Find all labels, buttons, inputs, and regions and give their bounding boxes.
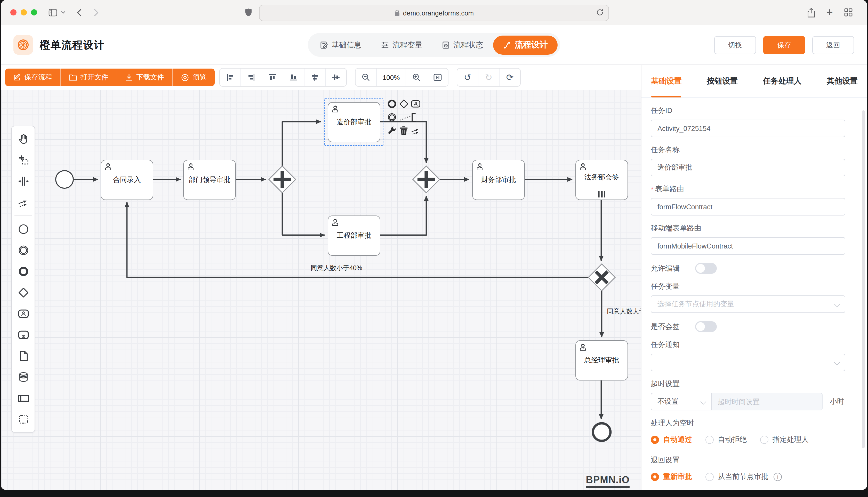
- timeout-value-input[interactable]: [712, 393, 823, 410]
- browser-window: demo.orangeforms.com + 橙单流程设计 基础信息 流程变量: [1, 0, 867, 490]
- radio-assign-handler[interactable]: 指定处理人: [760, 435, 809, 444]
- tab-other-settings[interactable]: 其他设置: [827, 65, 858, 97]
- new-tab-icon[interactable]: +: [826, 6, 833, 19]
- open-file-button[interactable]: 打开文件: [61, 69, 117, 86]
- align-bottom-button[interactable]: [283, 69, 304, 86]
- task-engineering-dept-approval[interactable]: 工程部审批: [328, 215, 380, 256]
- append-end-event-icon[interactable]: [387, 99, 398, 111]
- countersign-toggle[interactable]: [695, 321, 717, 332]
- delete-trash-icon[interactable]: [399, 126, 410, 138]
- preview-button[interactable]: 预览: [173, 69, 215, 86]
- palette-separator: [14, 215, 32, 216]
- radio-re-approve[interactable]: 重新审批: [651, 472, 692, 482]
- tab-basic-info[interactable]: 基础信息: [311, 33, 371, 57]
- align-right-button[interactable]: [241, 69, 262, 86]
- undo-icon[interactable]: ↺: [457, 69, 478, 86]
- lasso-tool-icon[interactable]: [12, 150, 35, 171]
- download-file-button[interactable]: 下载文件: [117, 69, 173, 86]
- task-name-input[interactable]: [651, 159, 845, 176]
- minimize-window-button[interactable]: [20, 9, 27, 15]
- create-group-icon[interactable]: [12, 409, 35, 430]
- tab-button-settings[interactable]: 按钮设置: [707, 65, 738, 97]
- align-left-button[interactable]: [220, 69, 241, 86]
- form-route-label: *表单路由: [651, 185, 845, 194]
- change-type-wrench-icon[interactable]: [387, 126, 398, 138]
- create-participant-icon[interactable]: [12, 388, 35, 409]
- form-route-input[interactable]: [651, 198, 845, 215]
- task-dept-leader-approval[interactable]: 部门领导审批: [183, 160, 236, 200]
- create-gateway-icon[interactable]: [12, 282, 35, 303]
- tab-process-design[interactable]: 流程设计: [493, 35, 557, 54]
- end-event[interactable]: [593, 423, 610, 441]
- tab-process-variables[interactable]: 流程变量: [371, 33, 432, 57]
- task-notify-select[interactable]: [651, 354, 845, 371]
- sidebar-icon[interactable]: [49, 9, 57, 16]
- reset-icon[interactable]: ⟳: [499, 69, 520, 86]
- create-data-object-icon[interactable]: [12, 345, 35, 367]
- start-event[interactable]: [56, 171, 73, 188]
- user-task-icon: [331, 218, 340, 227]
- fit-viewport-button[interactable]: [427, 69, 448, 86]
- exclusive-gateway[interactable]: [588, 264, 615, 291]
- tab-overview-icon[interactable]: [844, 8, 853, 16]
- mobile-form-route-input[interactable]: [651, 237, 845, 255]
- space-tool-icon[interactable]: [12, 171, 35, 192]
- create-end-event-icon[interactable]: [12, 261, 35, 282]
- radio-auto-reject[interactable]: 自动拒绝: [705, 435, 747, 444]
- allow-edit-toggle[interactable]: [695, 263, 717, 274]
- create-subprocess-icon[interactable]: [12, 324, 35, 345]
- create-intermediate-event-icon[interactable]: [12, 240, 35, 261]
- append-gateway-icon[interactable]: [399, 99, 410, 111]
- append-user-task-icon[interactable]: [411, 99, 422, 111]
- zoom-in-button[interactable]: [406, 69, 427, 86]
- process-tabs: 基础信息 流程变量 流程状态 流程设计: [308, 33, 560, 57]
- align-center-vertical-button[interactable]: [326, 69, 346, 86]
- task-id-input[interactable]: [651, 119, 845, 137]
- bpmn-io-watermark[interactable]: BPMN.iO: [586, 474, 630, 488]
- url-bar[interactable]: demo.orangeforms.com: [259, 5, 609, 21]
- align-center-horizontal-button[interactable]: [304, 69, 326, 86]
- chevron-down-icon[interactable]: [61, 11, 66, 14]
- tab-process-status[interactable]: 流程状态: [432, 33, 493, 57]
- create-user-task-icon[interactable]: [12, 303, 35, 324]
- tab-basic-settings[interactable]: 基础设置: [651, 65, 682, 97]
- task-cost-dept-approval[interactable]: 造价部审批: [328, 102, 380, 142]
- connect-tool-icon[interactable]: [411, 126, 422, 138]
- hand-tool-icon[interactable]: [12, 128, 35, 150]
- create-start-event-icon[interactable]: [12, 218, 35, 240]
- panel-scrollbar[interactable]: [862, 110, 865, 448]
- fullscreen-window-button[interactable]: [31, 9, 37, 15]
- save-button[interactable]: 保存: [763, 36, 805, 54]
- reload-icon[interactable]: [596, 8, 604, 16]
- bpmn-canvas[interactable]: 合同录入 部门领导审批 造价部审批 工程部审批: [1, 90, 641, 490]
- back-icon[interactable]: [77, 9, 82, 16]
- parallel-gateway-split[interactable]: [269, 166, 296, 193]
- task-finance-dept-approval[interactable]: 财务部审批: [472, 160, 525, 200]
- task-contract-entry[interactable]: 合同录入: [101, 160, 153, 200]
- append-intermediate-event-icon[interactable]: [387, 112, 398, 125]
- privacy-shield-icon[interactable]: [245, 8, 252, 16]
- return-button[interactable]: 返回: [812, 36, 854, 54]
- redo-icon[interactable]: ↻: [478, 69, 499, 86]
- switch-button[interactable]: 切换: [714, 36, 756, 54]
- radio-from-current-node[interactable]: 从当前节点审批i: [705, 472, 782, 482]
- forward-icon[interactable]: [94, 9, 99, 16]
- save-flow-button[interactable]: 保存流程: [5, 69, 61, 86]
- task-variable-select[interactable]: 选择任务节点使用的变量: [651, 295, 845, 313]
- parallel-gateway-join[interactable]: [413, 166, 440, 193]
- create-data-store-icon[interactable]: [12, 367, 35, 388]
- task-general-manager-approval[interactable]: 总经理审批: [575, 340, 628, 381]
- share-icon[interactable]: [807, 8, 815, 17]
- zoom-out-button[interactable]: [356, 69, 377, 86]
- append-text-annotation-icon[interactable]: [399, 112, 422, 125]
- align-top-button[interactable]: [262, 69, 283, 86]
- task-legal-dept-countersign[interactable]: 法务部会签: [575, 160, 628, 200]
- close-window-button[interactable]: [10, 9, 16, 15]
- timeout-mode-select[interactable]: 不设置: [651, 393, 712, 410]
- bpmn-palette: [11, 126, 35, 432]
- rollback-label: 退回设置: [651, 456, 845, 465]
- radio-auto-approve[interactable]: 自动通过: [651, 435, 692, 444]
- zoom-level[interactable]: 100%: [377, 69, 406, 86]
- tab-task-assignee[interactable]: 任务处理人: [763, 65, 802, 97]
- global-connect-tool-icon[interactable]: [12, 192, 35, 213]
